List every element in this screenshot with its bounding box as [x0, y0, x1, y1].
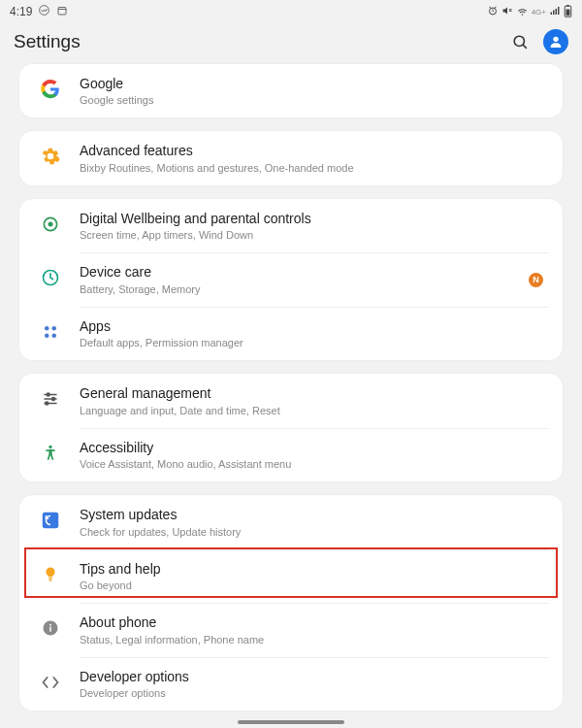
settings-item-title: General management: [80, 384, 547, 402]
page-title: Settings: [14, 31, 81, 52]
settings-item-title: Accessibility: [80, 439, 547, 456]
reminder-icon: [56, 5, 68, 19]
info-icon: [42, 619, 59, 641]
system-update-icon: [40, 510, 61, 535]
svg-point-16: [52, 326, 57, 331]
device-care-icon: [41, 268, 60, 291]
wifi-icon: [516, 5, 529, 19]
sliders-icon: [42, 390, 59, 412]
person-icon: [548, 34, 564, 50]
svg-point-13: [48, 221, 53, 226]
settings-group: General management Language and input, D…: [19, 374, 563, 481]
settings-item-accessibility[interactable]: Accessibility Voice Assistant, Mono audi…: [19, 428, 563, 481]
settings-item-title: About phone: [80, 613, 547, 631]
account-avatar[interactable]: [543, 29, 568, 54]
header: Settings: [0, 21, 582, 64]
gear-icon: [41, 147, 60, 170]
settings-item-subtitle: Voice Assistant, Mono audio, Assistant m…: [80, 457, 547, 471]
settings-item-advanced-features[interactable]: Advanced features Bixby Routines, Motion…: [19, 131, 563, 184]
search-icon: [511, 33, 530, 51]
svg-line-10: [523, 45, 527, 49]
svg-rect-1: [58, 7, 66, 15]
settings-item-title: Advanced features: [80, 142, 547, 159]
svg-point-18: [52, 333, 57, 338]
svg-rect-7: [566, 9, 570, 16]
svg-point-17: [45, 333, 49, 338]
settings-item-developer-options[interactable]: Developer options Developer options: [19, 657, 563, 711]
settings-list: Google Google settings Advanced features…: [0, 64, 582, 711]
signal-icon: [549, 5, 561, 18]
status-bar: 4:19 4G+: [0, 0, 582, 21]
settings-item-subtitle: Language and input, Date and time, Reset: [80, 404, 547, 417]
svg-point-22: [52, 398, 55, 401]
svg-rect-8: [566, 5, 569, 6]
settings-item-subtitle: Check for updates, Update history: [80, 525, 547, 539]
settings-item-title: Apps: [80, 317, 547, 335]
settings-item-subtitle: Bixby Routines, Motions and gestures, On…: [80, 161, 547, 175]
settings-item-device-care[interactable]: Device care Battery, Storage, Memory N: [19, 252, 563, 306]
apps-icon: [42, 323, 59, 345]
battery-icon: [564, 5, 572, 19]
settings-group: Google Google settings: [19, 64, 563, 117]
settings-item-title: Developer options: [80, 668, 547, 685]
lightbulb-icon: [42, 566, 59, 587]
accessibility-icon: [41, 444, 60, 467]
settings-item-subtitle: Google settings: [80, 93, 547, 107]
code-icon: [41, 673, 60, 696]
svg-point-24: [46, 402, 48, 405]
svg-rect-26: [43, 513, 59, 529]
network-icon: 4G+: [532, 8, 546, 17]
svg-rect-27: [48, 578, 52, 579]
settings-item-title: Device care: [80, 263, 529, 281]
settings-item-subtitle: Default apps, Permission manager: [80, 336, 547, 349]
settings-group: Digital Wellbeing and parental controls …: [19, 199, 563, 360]
home-indicator[interactable]: [238, 720, 344, 724]
wellbeing-icon: [41, 215, 60, 238]
svg-point-25: [48, 445, 51, 447]
settings-item-subtitle: Status, Legal information, Phone name: [80, 633, 547, 646]
svg-point-9: [514, 36, 524, 46]
settings-item-subtitle: Developer options: [80, 686, 547, 700]
settings-item-subtitle: Go beyond: [80, 579, 547, 592]
settings-item-system-updates[interactable]: System updates Check for updates, Update…: [19, 495, 563, 548]
svg-point-20: [47, 393, 49, 396]
settings-item-subtitle: Battery, Storage, Memory: [80, 282, 529, 296]
settings-item-digital-wellbeing[interactable]: Digital Wellbeing and parental controls …: [19, 199, 563, 252]
settings-group: Advanced features Bixby Routines, Motion…: [19, 131, 563, 184]
status-time: 4:19: [10, 5, 32, 18]
settings-item-title: Google: [80, 75, 547, 92]
settings-group: System updates Check for updates, Update…: [19, 495, 563, 711]
settings-item-apps[interactable]: Apps Default apps, Permission manager: [19, 307, 563, 360]
settings-item-general-management[interactable]: General management Language and input, D…: [19, 374, 563, 427]
settings-item-about-phone[interactable]: About phone Status, Legal information, P…: [19, 603, 563, 656]
google-icon: [41, 80, 60, 103]
svg-point-31: [49, 624, 51, 626]
svg-point-11: [553, 37, 558, 42]
alarm-icon: [487, 5, 499, 18]
notification-badge: N: [529, 273, 543, 287]
search-button[interactable]: [510, 32, 530, 51]
settings-item-google[interactable]: Google Google settings: [19, 64, 563, 117]
settings-item-title: System updates: [80, 506, 547, 523]
settings-item-subtitle: Screen time, App timers, Wind Down: [80, 228, 547, 242]
svg-rect-30: [49, 627, 51, 632]
settings-item-title: Tips and help: [80, 560, 547, 578]
svg-point-15: [45, 326, 49, 331]
messenger-icon: [38, 4, 50, 19]
mute-icon: [501, 5, 513, 18]
settings-item-title: Digital Wellbeing and parental controls: [80, 210, 547, 227]
settings-item-tips-help[interactable]: Tips and help Go beyond: [19, 549, 563, 603]
svg-rect-28: [49, 579, 52, 581]
